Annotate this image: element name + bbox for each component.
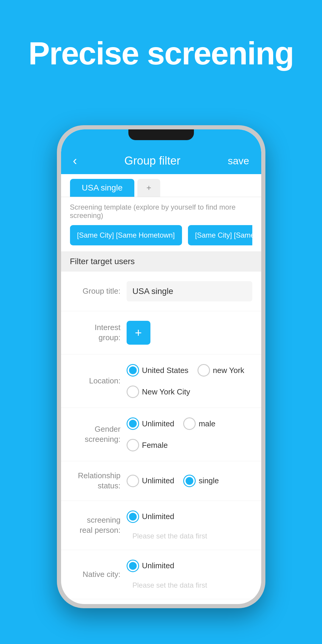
radio-gender-female [127, 439, 139, 451]
native-city-unlimited-label: Unlimited [142, 561, 174, 570]
location-options: United States new York New York City [127, 364, 252, 398]
radio-us [127, 364, 139, 377]
location-option-us[interactable]: United States [127, 364, 189, 377]
content-scroll[interactable]: Group title: Interest group: + Location: [61, 272, 261, 604]
radio-us-dot [129, 366, 137, 374]
nav-bar: ‹ Group filter save [61, 147, 261, 174]
relationship-row: Relationship status: Unlimited single [61, 461, 261, 501]
relationship-single[interactable]: single [183, 475, 219, 487]
location-option-nyc[interactable]: New York City [127, 386, 190, 398]
group-title-label: Group title: [70, 286, 121, 296]
radio-nc-unlimited-dot [129, 562, 137, 570]
real-person-label: screening real person: [70, 515, 121, 535]
template-buttons: [Same City] [Same Hometown] [Same City] … [70, 225, 252, 245]
native-city-label: Native city: [70, 569, 121, 580]
phone-mockup: ‹ Group filter save USA single + Screeni… [57, 125, 265, 608]
relationship-label: Relationship status: [70, 471, 121, 491]
interest-group-label: Interest group: [70, 323, 121, 343]
radio-nyc [127, 386, 139, 398]
interest-group-row: Interest group: + [61, 311, 261, 354]
notch [128, 129, 194, 140]
radio-gender-unlimited [127, 417, 139, 430]
identity-row: Identity screening: Unlimited Please set… [61, 599, 261, 604]
tab-bar: USA single + [61, 174, 261, 197]
template-btn-2[interactable]: [Same City] [Same Hometown] [Same... [188, 225, 252, 245]
gender-male[interactable]: male [183, 417, 215, 430]
filter-label: Filter target users [70, 257, 135, 266]
gender-options: Unlimited male Female [127, 417, 252, 451]
native-city-placeholder: Please set the data first [133, 581, 207, 589]
real-person-unlimited-label: Unlimited [142, 512, 174, 521]
radio-gender-unlimited-dot [129, 420, 137, 428]
location-ny-label: new York [213, 366, 245, 375]
status-bar [61, 129, 261, 147]
filter-label-row: Filter target users [61, 251, 261, 272]
native-city-options: Unlimited Please set the data first [127, 560, 252, 589]
gender-label: Gender screening: [70, 424, 121, 445]
template-btn-1[interactable]: [Same City] [Same Hometown] [70, 225, 182, 245]
relationship-options: Unlimited single [127, 475, 252, 487]
gender-row: Gender screening: Unlimited male [61, 408, 261, 461]
radio-gender-male [183, 417, 196, 430]
location-label: Location: [70, 376, 121, 386]
location-row: Location: United States new York [61, 354, 261, 408]
gender-male-label: male [199, 419, 215, 428]
back-button[interactable]: ‹ [73, 154, 77, 167]
relationship-unlimited-label: Unlimited [142, 476, 174, 485]
template-section: Screening template (explore by yourself … [61, 197, 261, 251]
relationship-single-label: single [199, 476, 219, 485]
real-person-placeholder: Please set the data first [133, 532, 207, 540]
location-nyc-label: New York City [142, 387, 190, 397]
location-option-ny[interactable]: new York [197, 364, 245, 377]
hero-title: Precise screening [0, 36, 322, 71]
tab-add[interactable]: + [137, 179, 160, 197]
tab-usa-single[interactable]: USA single [70, 179, 135, 197]
template-hint: Screening template (explore by yourself … [70, 203, 252, 220]
radio-nc-unlimited [127, 560, 139, 572]
radio-rp-unlimited [127, 510, 139, 523]
relationship-unlimited[interactable]: Unlimited [127, 475, 174, 487]
radio-rp-unlimited-dot [129, 513, 137, 521]
radio-rel-single-dot [186, 477, 193, 485]
location-us-label: United States [142, 366, 189, 375]
group-title-row: Group title: [61, 272, 261, 311]
save-button[interactable]: save [228, 155, 249, 167]
real-person-unlimited[interactable]: Unlimited [127, 510, 174, 523]
group-title-input[interactable] [127, 281, 252, 301]
real-person-row: screening real person: Unlimited Please … [61, 501, 261, 550]
interest-add-button[interactable]: + [127, 321, 150, 345]
radio-rel-single [183, 475, 196, 487]
gender-unlimited[interactable]: Unlimited [127, 417, 174, 430]
radio-rel-unlimited [127, 475, 139, 487]
native-city-unlimited[interactable]: Unlimited [127, 560, 174, 572]
radio-ny [197, 364, 210, 377]
nav-title: Group filter [125, 154, 181, 167]
native-city-row: Native city: Unlimited Please set the da… [61, 550, 261, 599]
real-person-options: Unlimited Please set the data first [127, 510, 252, 540]
gender-female[interactable]: Female [127, 439, 168, 451]
gender-unlimited-label: Unlimited [142, 419, 174, 428]
gender-female-label: Female [142, 441, 168, 450]
